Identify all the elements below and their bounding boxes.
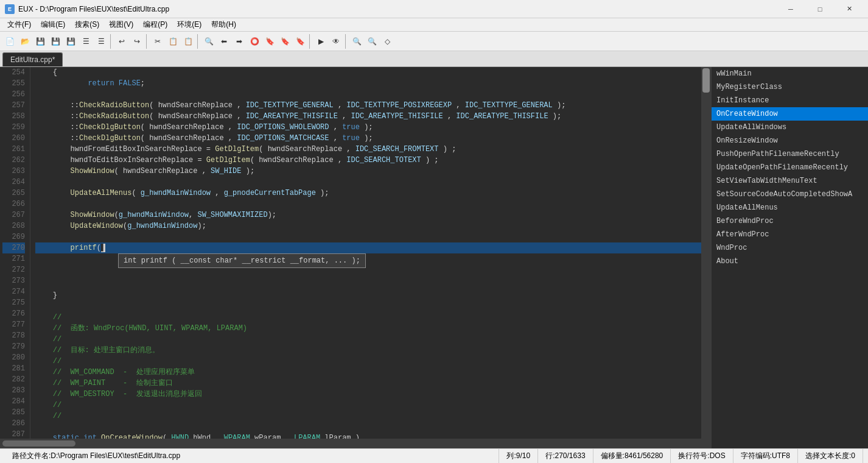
toolbar-save3[interactable]: 💾 xyxy=(63,34,78,49)
line-number: 261 xyxy=(2,144,25,155)
code-line: ::CheckRadioButton( hwndSearchReplace , … xyxy=(35,111,701,122)
toolbar-watch[interactable]: 👁 xyxy=(329,34,343,49)
line-number: 278 xyxy=(2,330,25,341)
line-number: 282 xyxy=(2,374,25,385)
symbol-item[interactable]: OnCreateWindow xyxy=(712,107,868,121)
toolbar-paste[interactable]: 📋 xyxy=(181,34,195,49)
toolbar-new[interactable]: 📄 xyxy=(2,34,17,49)
line-number: 257 xyxy=(2,100,25,111)
code-line: // WM_COMMAND - 处理应用程序菜单 xyxy=(35,367,701,378)
toolbar-diamond[interactable]: ◇ xyxy=(380,34,394,49)
line-number: 267 xyxy=(2,210,25,221)
toolbar-sep4 xyxy=(309,34,312,49)
code-line: UpdateAllMenus( g_hwndMainWindow , g_pno… xyxy=(35,188,701,199)
symbol-item[interactable]: MyRegisterClass xyxy=(712,80,868,94)
app-icon: E xyxy=(5,4,15,14)
toolbar-zoom-out[interactable]: 🔍 xyxy=(365,34,379,49)
symbol-item[interactable]: SetSourceCodeAutoCompletedShowA xyxy=(712,188,868,201)
toolbar-prev[interactable]: ⬅ xyxy=(217,34,231,49)
menu-item[interactable]: 视图(V) xyxy=(104,18,138,32)
line-number: 264 xyxy=(2,177,25,188)
code-line xyxy=(35,422,701,433)
symbol-item[interactable]: UpdateOpenPathFilenameRecently xyxy=(712,161,868,174)
toolbar-next[interactable]: ➡ xyxy=(232,34,247,49)
code-line xyxy=(35,199,701,210)
menu-item[interactable]: 帮助(H) xyxy=(206,18,241,32)
symbol-item[interactable]: InitInstance xyxy=(712,94,868,107)
code-line: hwndFromEditBoxInSearchReplace = GetDlgI… xyxy=(35,144,701,155)
h-scrollbar-thumb[interactable] xyxy=(2,440,75,447)
symbol-panel: wWinMainMyRegisterClassInitInstanceOnCre… xyxy=(711,67,868,448)
close-button[interactable]: ✕ xyxy=(835,0,863,18)
line-number: 262 xyxy=(2,155,25,166)
symbol-item[interactable]: UpdateAllMenus xyxy=(712,201,868,214)
code-line xyxy=(35,301,701,312)
window-title: EUX - D:\Program Files\EUX\test\EditUltr… xyxy=(18,5,777,13)
minimize-button[interactable]: ─ xyxy=(777,0,805,18)
line-number: 269 xyxy=(2,231,25,242)
code-line: ShowWindow( hwndSearchReplace , SW_HIDE … xyxy=(35,166,701,177)
code-line xyxy=(35,89,701,100)
toolbar-cols[interactable]: ☰ xyxy=(79,34,93,49)
maximize-button[interactable]: □ xyxy=(806,0,834,18)
code-line: // 函数: WndProc(HWND, UINT, WPARAM, LPARA… xyxy=(35,323,701,334)
symbol-item[interactable]: wWinMain xyxy=(712,67,868,80)
code-line: static int OnCreateWindow( HWND hWnd , W… xyxy=(35,433,701,439)
symbol-item[interactable]: PushOpenPathFilenameRecently xyxy=(712,147,868,161)
line-number: 276 xyxy=(2,308,25,319)
symbol-item[interactable]: OnResizeWindow xyxy=(712,134,868,147)
code-editor[interactable]: 2542552562572582592602612622632642652662… xyxy=(0,67,711,448)
toolbar-run[interactable]: ▶ xyxy=(313,34,328,49)
code-line: // xyxy=(35,334,701,345)
code-line xyxy=(35,177,701,188)
code-line: // WM_PAINT - 绘制主窗口 xyxy=(35,378,701,389)
window-controls: ─ □ ✕ xyxy=(777,0,863,18)
line-number: 254 xyxy=(2,67,25,78)
toolbar-open[interactable]: 📂 xyxy=(18,34,32,49)
status-col: 列:9/10 xyxy=(499,449,538,463)
vertical-scrollbar[interactable] xyxy=(701,67,711,439)
line-number: 285 xyxy=(2,407,25,418)
symbol-list: wWinMainMyRegisterClassInitInstanceOnCre… xyxy=(712,67,868,268)
toolbar-save2[interactable]: 💾 xyxy=(48,34,63,49)
toolbar-bm[interactable]: 🔖 xyxy=(262,34,277,49)
menu-item[interactable]: 编程(P) xyxy=(138,18,172,32)
menu-item[interactable]: 搜索(S) xyxy=(70,18,104,32)
line-number: 281 xyxy=(2,363,25,374)
symbol-item[interactable]: BeforeWndProc xyxy=(712,214,868,228)
autocomplete-tooltip: int printf ( __const char* __restrict __… xyxy=(118,253,366,268)
symbol-item[interactable]: SetViewTabWidthMenuText xyxy=(712,174,868,188)
symbol-item[interactable]: WndProc xyxy=(712,241,868,255)
horizontal-scrollbar[interactable] xyxy=(0,439,711,448)
tab[interactable]: EditUltra.cpp* xyxy=(2,52,63,66)
menu-item[interactable]: 编辑(E) xyxy=(36,18,70,32)
toolbar-bm3[interactable]: 🔖 xyxy=(293,34,307,49)
toolbar-go[interactable]: ⭕ xyxy=(247,34,262,49)
toolbar-cut[interactable]: ✂ xyxy=(150,34,165,49)
toolbar: 📄 📂 💾 💾 💾 ☰ ☰ ↩ ↪ ✂ 📋 📋 🔍 ⬅ ➡ ⭕ 🔖 🔖 🔖 ▶ … xyxy=(0,32,868,51)
symbol-item[interactable]: About xyxy=(712,255,868,268)
toolbar-redo[interactable]: ↪ xyxy=(130,34,144,49)
menu-item[interactable]: 环境(E) xyxy=(172,18,206,32)
toolbar-bm2[interactable]: 🔖 xyxy=(278,34,292,49)
toolbar-cols2[interactable]: ☰ xyxy=(94,34,108,49)
line-numbers: 2542552562572582592602612622632642652662… xyxy=(0,67,30,439)
code-text[interactable]: { return FALSE; ::CheckRadioButton( hwnd… xyxy=(30,67,701,439)
toolbar-save[interactable]: 💾 xyxy=(33,34,47,49)
symbol-item[interactable]: AfterWndProc xyxy=(712,228,868,241)
tab-bar: EditUltra.cpp* xyxy=(0,51,868,67)
code-line: // WM_DESTROY - 发送退出消息并返回 xyxy=(35,389,701,400)
symbol-item[interactable]: UpdateAllWindows xyxy=(712,121,868,134)
line-number: 286 xyxy=(2,418,25,429)
code-line: ShowWindow(g_hwndMainWindow, SW_SHOWMAXI… xyxy=(35,210,701,221)
toolbar-find[interactable]: 🔍 xyxy=(201,34,216,49)
toolbar-zoom-in[interactable]: 🔍 xyxy=(349,34,364,49)
line-number: 272 xyxy=(2,264,25,275)
toolbar-undo[interactable]: ↩ xyxy=(114,34,129,49)
menu-item[interactable]: 文件(F) xyxy=(2,18,36,32)
code-line xyxy=(35,231,701,242)
main-area: 2542552562572582592602612622632642652662… xyxy=(0,67,868,448)
code-line xyxy=(35,279,701,290)
toolbar-copy[interactable]: 📋 xyxy=(166,34,180,49)
line-number: 255 xyxy=(2,78,25,89)
